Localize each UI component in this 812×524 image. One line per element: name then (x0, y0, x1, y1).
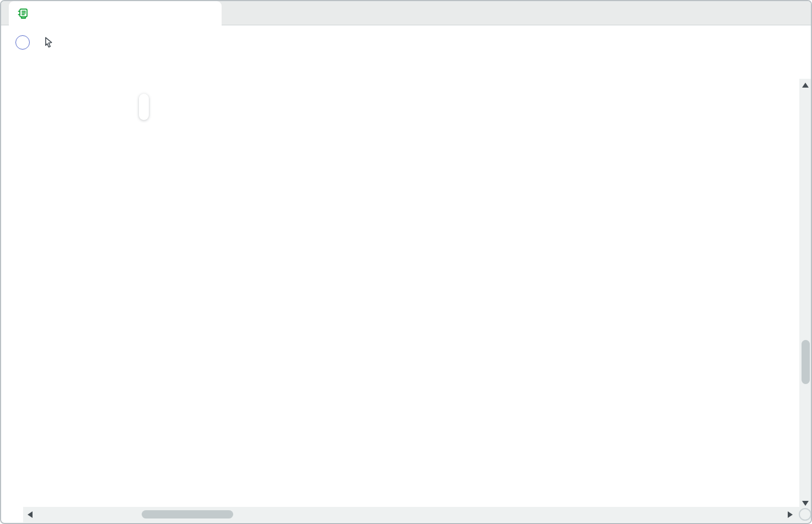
scroll-left-icon[interactable] (28, 511, 33, 518)
info-icon[interactable] (15, 35, 30, 50)
horizontal-scroll-thumb[interactable] (142, 510, 233, 518)
scroll-right-icon[interactable] (788, 511, 793, 518)
mode-toolbar (1, 26, 811, 58)
ruler-horizontal (1, 58, 799, 79)
tab-bar (1, 1, 811, 25)
document-tab[interactable] (9, 1, 222, 26)
horizontal-scrollbar[interactable] (23, 507, 799, 522)
vertical-scroll-thumb[interactable] (802, 340, 810, 384)
vertical-scrollbar[interactable] (799, 79, 812, 522)
canvas[interactable] (23, 79, 799, 507)
drawing-toolbar (139, 94, 149, 120)
scroll-up-icon[interactable] (802, 83, 809, 88)
ruler-unit (1, 58, 23, 79)
scroll-down-icon[interactable] (802, 501, 809, 506)
pcb-document-icon (17, 7, 30, 20)
cursor-mode-icon (42, 36, 55, 48)
app-window (0, 0, 812, 524)
ruler-vertical (1, 79, 23, 507)
scroll-corner-knob[interactable] (799, 508, 811, 521)
